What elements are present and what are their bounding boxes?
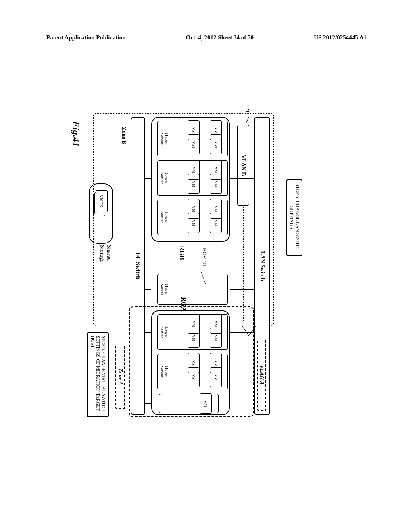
connector-line	[230, 218, 254, 218]
connector-line	[230, 332, 254, 333]
connector-line	[230, 289, 254, 290]
fc-switch-box: FC Switch	[131, 117, 145, 415]
vlan-b-box: VLAN B	[237, 125, 249, 206]
connector-line	[230, 372, 254, 372]
diagram-container: STEP 5: CHANGE LAN SWITCH SETTINGS LAN S…	[36, 169, 343, 363]
connector-line	[230, 139, 254, 139]
zone-b-label: Zone B	[118, 127, 127, 159]
vmdk-stack: VMDK	[93, 190, 108, 215]
page: Patent Application Publication Oct. 4, 2…	[0, 0, 413, 532]
hyper-server-label: HyperServer	[160, 200, 169, 235]
vm-box: VM	[210, 174, 222, 194]
vm-box: VM	[188, 213, 200, 233]
vmdk-disk-icon: VMDK	[96, 190, 108, 212]
vm-box: VM	[210, 367, 222, 387]
vm-box: VM	[188, 328, 200, 348]
connector-line	[145, 403, 151, 404]
host01-label: HOST01	[201, 248, 208, 267]
zone-a-box: Zone A	[115, 345, 125, 409]
label-121: 121	[244, 105, 251, 113]
connector-line	[145, 178, 151, 179]
vm-box: VM	[210, 134, 222, 154]
connector-line	[145, 372, 151, 372]
page-header: Patent Application Publication Oct. 4, 2…	[0, 34, 413, 41]
vm-box: VM	[200, 393, 212, 414]
vm-box: VM	[188, 134, 200, 154]
step6-connector	[109, 365, 114, 366]
vm-box: VM	[188, 174, 200, 194]
step5-connector	[271, 218, 286, 234]
header-right: US 2012/0254445 A1	[314, 34, 367, 41]
header-left: Patent Application Publication	[46, 34, 126, 41]
figure-label: Fig.41	[71, 121, 81, 147]
header-center: Oct. 4, 2012 Sheet 34 of 50	[186, 34, 254, 41]
connector-line	[145, 289, 151, 290]
connector-line	[230, 178, 254, 179]
vm-box: VM	[188, 367, 200, 387]
hyper-server-label: HyperServer	[160, 274, 169, 304]
connector-line	[113, 214, 131, 214]
vlan-a-box: VLAN A	[257, 339, 266, 411]
connector-line	[145, 332, 151, 333]
vm-box: VM	[210, 328, 222, 348]
hyper-server-label: HyperServer	[160, 121, 169, 156]
hyper-server-label: HyperServer	[160, 354, 169, 389]
step5-callout: STEP 5: CHANGE LAN SWITCH SETTINGS	[286, 179, 302, 256]
diagram: STEP 5: CHANGE LAN SWITCH SETTINGS LAN S…	[93, 113, 286, 419]
shared-storage-label: Shared Storage	[98, 245, 112, 262]
connector-line	[145, 218, 151, 218]
step6-callout: STEP 6: CHANGE VIRTUAL SWITCH SETTINGS O…	[87, 332, 109, 417]
hyper-server-label: HyperServer	[160, 315, 169, 349]
hyper-server-host01: HyperServer	[157, 274, 228, 305]
migration-arrow-body	[243, 206, 255, 322]
vm-box: VM	[210, 213, 222, 233]
rgb-label: RGB	[178, 246, 186, 260]
connector-line	[145, 139, 151, 139]
hyper-server-label: HyperServer	[160, 161, 169, 195]
